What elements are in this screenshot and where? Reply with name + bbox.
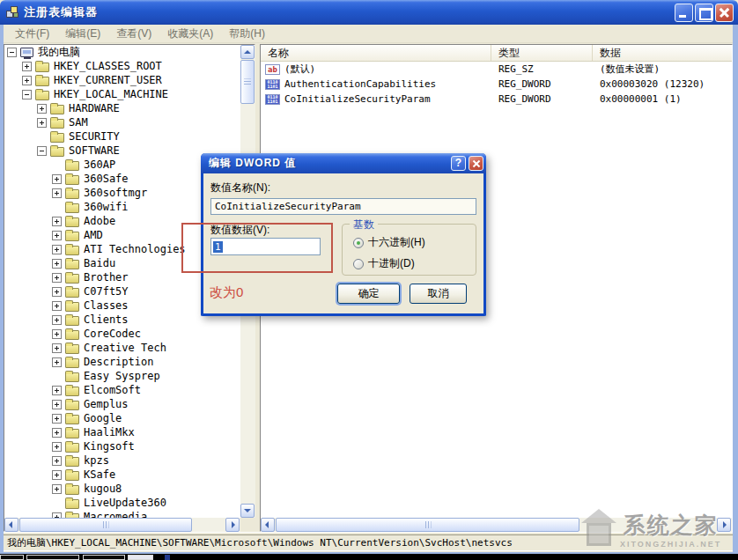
menu-item[interactable]: 帮助(H) [221, 25, 273, 43]
expander-icon[interactable] [37, 104, 47, 114]
dec-radio-button[interactable] [353, 259, 364, 269]
tree-item[interactable]: kugou8 [4, 482, 240, 496]
tree-item[interactable]: Gemplus [4, 397, 240, 411]
tree-item[interactable]: SAM [4, 115, 240, 129]
tree-item[interactable]: HARDWARE [4, 101, 240, 115]
tree-item[interactable]: HKEY_CLASSES_ROOT [4, 59, 240, 73]
tree-item[interactable]: SECURITY [4, 129, 240, 144]
scroll-left-button[interactable] [4, 518, 18, 532]
expander-icon[interactable] [52, 343, 62, 353]
value-data-input[interactable]: 1 [210, 238, 321, 255]
tree-item[interactable]: HaaliMkx [4, 425, 240, 439]
menu-item[interactable]: 文件(F) [7, 25, 57, 43]
tree-item-label: HKEY_CURRENT_USER [54, 74, 162, 86]
tree-item-label: Classes [84, 299, 129, 312]
registry-value-row[interactable]: CoInitializeSecurityParam REG_DWORD 0x00… [261, 92, 732, 107]
selected-text: 1 [213, 241, 223, 253]
expander-icon[interactable] [52, 188, 62, 198]
expander-icon[interactable] [52, 442, 62, 452]
tree-item[interactable]: ElcomSoft [4, 383, 240, 397]
expander-icon[interactable] [52, 231, 62, 240]
tree-node-icon [65, 189, 79, 199]
taskbar-fragment [0, 552, 738, 560]
hex-radio-button[interactable] [353, 238, 364, 248]
expander-icon[interactable] [52, 245, 62, 254]
hex-radio-label: 十六进制(H) [368, 235, 425, 250]
tree-item[interactable]: HKEY_LOCAL_MACHINE [4, 87, 240, 101]
taskbar-cell [0, 555, 24, 560]
tree-node-icon [35, 77, 49, 86]
close-button[interactable] [715, 4, 734, 22]
expander-icon[interactable] [52, 174, 62, 184]
menu-item[interactable]: 编辑(E) [57, 25, 108, 43]
tree-item[interactable]: Creative Tech [4, 341, 240, 355]
tree-item-label: Baidu [84, 257, 115, 269]
expander-icon[interactable] [22, 76, 32, 85]
tree-item[interactable]: LiveUpdate360 [4, 496, 240, 510]
tree-item[interactable]: Easy Sysprep [4, 369, 240, 383]
expander-icon[interactable] [52, 273, 62, 283]
menu-item[interactable]: 查看(V) [108, 25, 159, 43]
tree-item[interactable]: KSafe [4, 468, 240, 482]
hex-radio-row[interactable]: 十六进制(H) [353, 235, 425, 250]
expander-icon[interactable] [52, 484, 62, 494]
expander-icon[interactable] [22, 90, 32, 99]
column-header-name[interactable]: 名称 [261, 45, 491, 61]
expander-icon[interactable] [52, 357, 62, 367]
expander-icon[interactable] [52, 386, 62, 395]
registry-value-row[interactable]: (默认) REG_SZ (数值未设置) [261, 62, 732, 77]
scroll-right-button[interactable] [225, 518, 240, 532]
status-bar: 我的电脑\HKEY_LOCAL_MACHINE\SOFTWARE\Microso… [2, 532, 736, 552]
window-border-left [0, 25, 4, 554]
expander-icon[interactable] [52, 456, 62, 466]
column-header-type[interactable]: 类型 [491, 45, 593, 61]
tree-node-icon [65, 344, 79, 354]
scroll-right-button[interactable] [717, 518, 731, 532]
taskbar-cell [165, 555, 170, 560]
tree-item[interactable]: Macromedia [4, 510, 240, 518]
expander-icon[interactable] [52, 329, 62, 339]
tree-item[interactable]: Description [4, 355, 240, 369]
dec-radio-row[interactable]: 十进制(D) [353, 256, 415, 271]
tree-item[interactable]: HKEY_CURRENT_USER [4, 73, 240, 87]
help-icon[interactable]: ? [451, 156, 466, 171]
tree-item[interactable]: CoreCodec [4, 327, 240, 341]
scrollbar-corner [240, 518, 255, 532]
expander-icon[interactable] [37, 118, 47, 128]
expander-icon[interactable] [52, 259, 62, 269]
tree-vscroll-thumb[interactable] [240, 60, 255, 104]
maximize-button[interactable] [695, 4, 713, 22]
tree-hscroll-thumb[interactable] [19, 518, 192, 532]
expander-icon[interactable] [52, 414, 62, 424]
menu-item[interactable]: 收藏夹(A) [159, 25, 221, 43]
expander-icon[interactable] [52, 287, 62, 297]
expander-icon[interactable] [52, 470, 62, 480]
registry-editor-window: 注册表编辑器 文件(F) 编辑(E) 查看(V) 收藏夹(A) 帮助(H) 我的 [0, 0, 738, 560]
expander-icon[interactable] [52, 217, 62, 226]
tree-item[interactable]: Kingsoft [4, 439, 240, 453]
ok-button[interactable]: 确定 [337, 284, 400, 304]
dialog-title-bar[interactable]: 编辑 DWORD 值 ? [201, 153, 486, 173]
expander-icon[interactable] [52, 315, 62, 325]
expander-icon[interactable] [22, 62, 32, 71]
tree-node-icon [65, 471, 79, 481]
tree-item[interactable]: 我的电脑 [4, 45, 240, 59]
minimize-button[interactable] [675, 4, 693, 22]
tree-item[interactable]: kpzs [4, 453, 240, 468]
scroll-down-button[interactable] [240, 504, 255, 518]
expander-icon[interactable] [52, 400, 62, 409]
expander-icon[interactable] [52, 301, 62, 311]
expander-icon[interactable] [37, 146, 47, 156]
tree-node-icon [65, 330, 79, 340]
value-type-icon [265, 79, 280, 90]
list-hscroll-thumb[interactable] [276, 518, 579, 532]
cancel-button[interactable]: 取消 [410, 284, 467, 304]
expander-icon[interactable] [7, 48, 17, 57]
expander-icon[interactable] [52, 428, 62, 438]
scroll-up-button[interactable] [240, 45, 255, 59]
registry-value-row[interactable]: AuthenticationCapabilities REG_DWORD 0x0… [261, 77, 732, 92]
dialog-close-icon[interactable] [469, 156, 483, 171]
tree-item[interactable]: Google [4, 411, 240, 425]
column-header-data[interactable]: 数据 [593, 45, 732, 61]
scroll-left-button[interactable] [261, 518, 275, 532]
